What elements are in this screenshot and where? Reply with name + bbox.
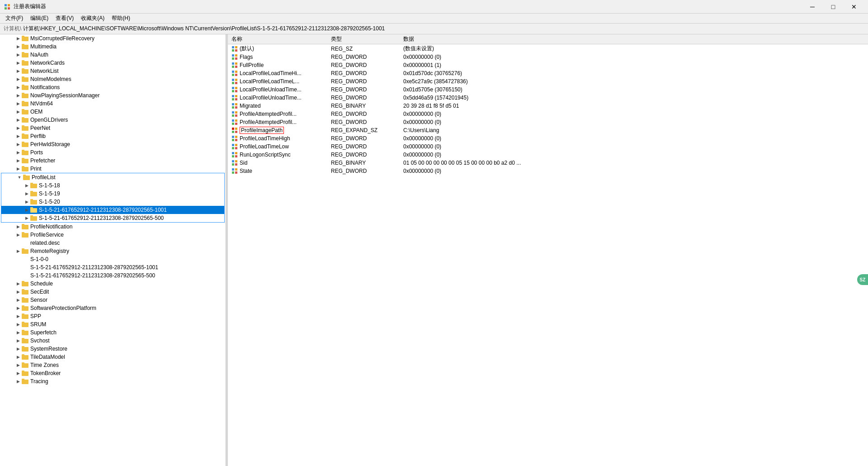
svg-rect-96 — [232, 74, 234, 76]
tree-item-S-1-5-21-500[interactable]: S-1-5-21-617652912-2112312308-2879202565… — [1, 214, 224, 222]
tree-item-Superfetch[interactable]: Superfetch — [0, 328, 226, 337]
value-data-3: 0x01d570dc (30765276) — [400, 69, 868, 77]
minimize-button[interactable]: ─ — [802, 0, 823, 14]
svg-rect-2 — [5, 7, 7, 10]
value-name-10: ProfileImagePath — [228, 126, 327, 134]
tree-item-Schedule[interactable]: Schedule — [0, 280, 226, 288]
tree-item-Svchost[interactable]: Svchost — [0, 337, 226, 345]
tree-item-NowPlayingSessionManager[interactable]: NowPlayingSessionManager — [0, 91, 226, 100]
tree-item-OpenGLDrivers[interactable]: OpenGLDrivers — [0, 116, 226, 124]
tree-item-Perflib[interactable]: Perflib — [0, 132, 226, 140]
tree-item-MsiCorruptedFileRecovery[interactable]: MsiCorruptedFileRecovery — [0, 34, 226, 43]
svg-rect-116 — [232, 114, 234, 117]
tree-item-Notifications[interactable]: Notifications — [0, 83, 226, 91]
tree-item-NtVdm64[interactable]: NtVdm64 — [0, 100, 226, 108]
menu-view[interactable]: 查看(V) — [52, 14, 77, 23]
value-row-6[interactable]: LocalProfileUnloadTime...REG_DWORD0x5dd4… — [228, 94, 868, 102]
svg-rect-127 — [235, 136, 237, 138]
tree-item-SPP[interactable]: SPP — [0, 312, 226, 320]
tree-item-NaAuth[interactable]: NaAuth — [0, 51, 226, 59]
tree-item-SRUM[interactable]: SRUM — [0, 320, 226, 328]
tree-label-Notifications: Notifications — [30, 84, 60, 90]
tree-item-SecEdit[interactable]: SecEdit — [0, 288, 226, 296]
svg-rect-108 — [232, 98, 234, 100]
menu-edit[interactable]: 编辑(E) — [27, 14, 52, 23]
tree-item-PeerNet[interactable]: PeerNet — [0, 124, 226, 132]
value-row-11[interactable]: ProfileLoadTimeHighREG_DWORD0x00000000 (… — [228, 134, 868, 143]
value-row-9[interactable]: ProfileAttemptedProfil...REG_DWORD0x0000… — [228, 118, 868, 126]
tree-item-S-1-5-21-617652912-2112312308-2879202565-500-flat[interactable]: S-1-5-21-617652912-2112312308-2879202565… — [0, 271, 226, 280]
tree-item-TokenBroker[interactable]: TokenBroker — [0, 369, 226, 377]
tree-item-Ports[interactable]: Ports — [0, 148, 226, 157]
tree-item-SystemRestore[interactable]: SystemRestore — [0, 345, 226, 353]
tree-item-OEM[interactable]: OEM — [0, 108, 226, 116]
tree-item-TileDataModel[interactable]: TileDataModel — [0, 353, 226, 361]
tree-item-S-1-0-0[interactable]: S-1-0-0 — [0, 255, 226, 263]
value-row-7[interactable]: MigratedREG_BINARY20 39 28 d1 f8 5f d5 0… — [228, 102, 868, 110]
svg-rect-138 — [232, 160, 234, 162]
value-name-text-13: RunLogonScriptSync — [240, 152, 291, 158]
svg-rect-13 — [22, 68, 24, 70]
value-data-9: 0x00000000 (0) — [400, 118, 868, 126]
tree-item-S-1-5-19[interactable]: S-1-5-19 — [1, 190, 224, 198]
tree-item-Sensor[interactable]: Sensor — [0, 296, 226, 304]
tree-label-RemoteRegistry: RemoteRegistry — [30, 248, 69, 254]
value-row-4[interactable]: LocalProfileLoadTimeL...REG_DWORD0xe5c27… — [228, 77, 868, 86]
value-row-14[interactable]: SidREG_BINARY01 05 00 00 00 00 00 05 15 … — [228, 159, 868, 167]
tree-item-S-1-5-18[interactable]: S-1-5-18 — [1, 181, 224, 190]
float-button[interactable]: SZ — [857, 274, 868, 285]
tree-item-NoImeModelmes[interactable]: NoImeModelmes — [0, 75, 226, 83]
tree-item-SoftwareProtectionPlatform[interactable]: SoftwareProtectionPlatform — [0, 304, 226, 312]
tree-item-NetworkCards[interactable]: NetworkCards — [0, 59, 226, 67]
tree-item-Prefetcher[interactable]: Prefetcher — [0, 157, 226, 165]
col-type-header: 类型 — [327, 34, 400, 44]
tree-item-RemoteRegistry[interactable]: RemoteRegistry — [0, 247, 226, 255]
svg-rect-11 — [22, 60, 24, 62]
tree-label-S-1-5-21-1001: S-1-5-21-617652912-2112312308-2879202565… — [39, 207, 167, 213]
value-row-1[interactable]: FlagsREG_DWORD0x00000000 (0) — [228, 53, 868, 61]
tree-item-PerHwIdStorage[interactable]: PerHwIdStorage — [0, 140, 226, 148]
svg-rect-130 — [232, 144, 234, 146]
svg-rect-43 — [30, 191, 33, 192]
tree-item-S-1-5-20[interactable]: S-1-5-20 — [1, 198, 224, 206]
tree-item-S-1-5-21-1001[interactable]: S-1-5-21-617652912-2112312308-2879202565… — [1, 206, 224, 214]
menu-file[interactable]: 文件(F) — [2, 14, 27, 23]
tree-item-NetworkList[interactable]: NetworkList — [0, 67, 226, 75]
svg-rect-145 — [235, 171, 237, 174]
value-row-13[interactable]: RunLogonScriptSyncREG_DWORD0x00000000 (0… — [228, 151, 868, 159]
svg-rect-101 — [235, 82, 237, 84]
menu-favorites[interactable]: 收藏夹(A) — [77, 14, 108, 23]
value-row-15[interactable]: StateREG_DWORD0x00000000 (0) — [228, 167, 868, 175]
value-row-10[interactable]: ProfileImagePathREG_EXPAND_SZC:\Users\Li… — [228, 126, 868, 134]
maximize-button[interactable]: □ — [823, 0, 844, 14]
value-row-2[interactable]: FullProfileREG_DWORD0x00000001 (1) — [228, 61, 868, 69]
tree-item-related.desc[interactable]: related.desc — [0, 239, 226, 247]
svg-rect-135 — [235, 152, 237, 154]
tree-item-Tracing[interactable]: Tracing — [0, 377, 226, 385]
value-name-11: ProfileLoadTimeHigh — [228, 134, 327, 143]
tree-item-Multimedia[interactable]: Multimedia — [0, 43, 226, 51]
svg-rect-20 — [22, 102, 28, 106]
tree-item-S-1-5-21-617652912-2112312308-2879202565-1001-flat[interactable]: S-1-5-21-617652912-2112312308-2879202565… — [0, 263, 226, 271]
menu-help[interactable]: 帮助(H) — [108, 14, 134, 23]
svg-rect-131 — [235, 144, 237, 146]
value-row-5[interactable]: LocalProfileUnloadTime...REG_DWORD0x01d5… — [228, 86, 868, 94]
svg-rect-23 — [22, 109, 24, 110]
tree-label-S-1-0-0: S-1-0-0 — [30, 256, 48, 262]
svg-rect-132 — [232, 147, 234, 149]
close-button[interactable]: ✕ — [844, 0, 864, 14]
svg-rect-5 — [22, 36, 24, 37]
value-row-3[interactable]: LocalProfileLoadTimeHi...REG_DWORD0x01d5… — [228, 69, 868, 77]
tree-item-ProfileList[interactable]: ProfileList — [1, 173, 224, 181]
window-controls: ─ □ ✕ — [802, 0, 864, 14]
tree-item-Print[interactable]: Print — [0, 165, 226, 173]
tree-item-ProfileService[interactable]: ProfileService — [0, 231, 226, 239]
tree-label-Superfetch: Superfetch — [30, 329, 57, 336]
value-row-8[interactable]: ProfileAttemptedProfil...REG_DWORD0x0000… — [228, 110, 868, 118]
value-name-9: ProfileAttemptedProfil... — [228, 118, 327, 126]
value-name-7: Migrated — [228, 102, 327, 110]
value-row-12[interactable]: ProfileLoadTimeLowREG_DWORD0x00000000 (0… — [228, 143, 868, 151]
tree-item-ProfileNotification[interactable]: ProfileNotification — [0, 223, 226, 231]
value-row-0[interactable]: (默认)REG_SZ(数值未设置) — [228, 44, 868, 53]
tree-item-Time Zones[interactable]: Time Zones — [0, 361, 226, 369]
